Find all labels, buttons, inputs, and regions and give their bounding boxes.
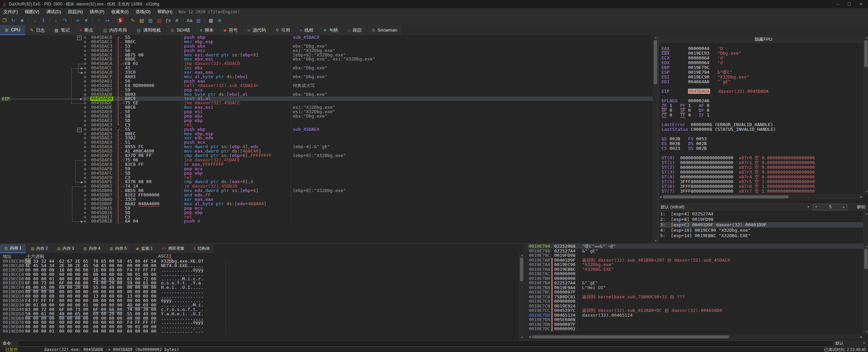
breakpoint-dot[interactable] (84, 133, 86, 135)
highlight-blue-button[interactable]: ▨ (146, 16, 155, 24)
register-row[interactable]: ST(1) 00000000000000000000 x87r1 空 0.000… (662, 160, 862, 165)
breakpoint-dot[interactable] (84, 216, 86, 218)
breakpoint-dot[interactable] (84, 141, 86, 144)
minimize-button[interactable]: ─ (832, 0, 844, 8)
breakpoint-dot[interactable] (84, 67, 86, 69)
breakpoint-dot[interactable] (84, 124, 86, 126)
restart-button[interactable]: ↻ (9, 16, 17, 24)
breakpoint-dot[interactable] (84, 80, 86, 83)
tab-notes[interactable]: ▤笔记 (50, 25, 75, 35)
dump-tab-memory4[interactable]: ▥内存 4 (79, 244, 105, 253)
tab-references[interactable]: ⚲引用 (271, 25, 295, 35)
breakpoint-dot[interactable] (84, 181, 86, 183)
breakpoint-dot[interactable] (84, 212, 86, 214)
menu-item[interactable]: 选项(O) (132, 8, 154, 16)
breakpoint-dot[interactable] (84, 146, 86, 148)
tab-call-stack[interactable]: ▤调用堆栈 (132, 25, 166, 35)
tab-script[interactable]: ≡脚本 (195, 25, 219, 35)
close-button[interactable]: ✕ (855, 0, 867, 8)
tab-cpu[interactable]: ▣CPU (0, 25, 25, 35)
breakpoint-dot[interactable] (84, 41, 86, 43)
breakpoint-dot[interactable] (84, 120, 86, 122)
collapse-function-button[interactable]: − (77, 128, 82, 132)
register-row[interactable]: ZF 1 PF 1 AF 0 (662, 103, 862, 108)
breakpoint-dot[interactable] (84, 203, 86, 205)
breakpoint-dot[interactable] (84, 207, 86, 210)
dump-tab-memory3[interactable]: ▥内存 3 (53, 244, 79, 253)
stack-row[interactable]: 0019E79402252068"喥C"==&"`~@" (528, 244, 868, 249)
collapse-function-button[interactable]: − (77, 36, 82, 40)
register-row[interactable]: ES 002B DS 002B (662, 141, 862, 146)
register-row[interactable]: CF 0 TF 0 IF 1 (662, 113, 862, 118)
register-row[interactable]: EDI 004664A0 "`gE" (662, 80, 862, 84)
tab-trace[interactable]: ∴跟踪 (343, 25, 367, 35)
breakpoint-dot[interactable] (84, 194, 86, 196)
highlight-red-button[interactable]: ▨ (155, 16, 163, 24)
dump-tab-memory1[interactable]: ▥内存 1 (0, 244, 26, 253)
tab-breakpoints[interactable]: ●断点 (75, 25, 98, 35)
register-row[interactable]: GS 002B FS 0053 (662, 137, 862, 141)
dump-tab-memory5[interactable]: ▥内存 5 (105, 244, 131, 253)
disassembly-panel[interactable]: 0045DAC0┌.55push ebpsub_45DAC00045DAC1│.… (0, 35, 653, 243)
tab-snowman[interactable]: ☃Snowman (367, 25, 402, 35)
internet-button[interactable]: ⊕ (216, 16, 224, 24)
profile-dropdown-icon[interactable]: ▼ (863, 340, 866, 347)
breakpoint-dot[interactable] (84, 190, 86, 192)
maximize-button[interactable]: ☐ (844, 0, 855, 8)
breakpoint-dot[interactable] (84, 155, 86, 157)
run-to-user-code-button[interactable]: ⇒ (73, 16, 82, 24)
register-row[interactable]: OF 0 SF 0 DF 0 (662, 108, 862, 113)
bottom-splitter[interactable] (524, 244, 528, 340)
arguments-vscrollbar[interactable]: ▲ (863, 211, 868, 243)
stack-row[interactable]: 0019E7D80000007F (528, 322, 868, 327)
breakpoint-dot[interactable] (84, 36, 86, 39)
breakpoint-dot[interactable] (84, 93, 86, 96)
stack-row[interactable]: 0019E7C400000000 (528, 299, 868, 304)
stack-row[interactable]: 0019E7A80019EB8C"X32DBG.EXE" (528, 267, 868, 272)
stack-row[interactable]: 0019E7C80019E924 (528, 304, 868, 309)
breakpoint-dot[interactable] (84, 198, 86, 201)
close-debuggee-button[interactable]: ■ (18, 16, 26, 24)
register-row[interactable]: ESI 0019EC90 "X32Dbg.exe" (662, 75, 862, 80)
breakpoint-dot[interactable] (84, 71, 86, 74)
tab-handles[interactable]: ❖句柄 (318, 25, 343, 35)
stack-row[interactable]: 0019E7DC00000002 (528, 327, 868, 331)
stack-row[interactable]: 0019E7C075B0DC81返回到 kernelbase.sub_75B0D… (528, 295, 868, 299)
breakpoint-dot[interactable] (84, 63, 86, 65)
step-over-button[interactable]: ↷ (61, 16, 69, 24)
breakpoint-dot[interactable] (84, 159, 86, 161)
run-button[interactable]: → (31, 16, 39, 24)
breakpoint-dot[interactable] (84, 177, 86, 179)
register-row[interactable]: LastStatus C0000008 (STATUS_INVALID_HAND… (662, 127, 862, 132)
menu-item[interactable]: 收藏夹(I) (108, 8, 132, 16)
registers-hscrollbar[interactable]: ◀▶ (659, 194, 863, 199)
breakpoint-dot[interactable] (84, 106, 86, 109)
hide-fpu-button[interactable]: 隐藏FPU (659, 35, 868, 44)
register-row[interactable]: ST(6) 3FFF8000000000000000 x87r6 空 1.000… (662, 184, 862, 189)
breakpoint-dot[interactable] (84, 185, 86, 188)
fx-string-button[interactable]: ƒx (164, 16, 172, 24)
disasm-row[interactable]: 0045DB18│.6A 04push 4 (0, 219, 653, 224)
tab-threads[interactable]: »线程 (295, 25, 319, 35)
menu-item[interactable]: 帮助(H) (154, 8, 176, 16)
stack-row[interactable]: 0019E7BC0000007F (528, 290, 868, 295)
argument-count-stepper[interactable]: ▼5▲ (813, 204, 847, 210)
stack-panel[interactable]: 0019E79402252068"喥C"==&"`~@"0019E7980225… (528, 244, 868, 340)
stack-row[interactable]: 0019E7B80019E9A4L"Hei UI" (528, 285, 868, 290)
dump-tab-locals[interactable]: x=局部变量 (158, 244, 189, 253)
stack-row[interactable]: 0019E7A000401D9F返回到 daxxor(32).sub_401B9… (528, 258, 868, 263)
argument-row[interactable]: 2: [esp+8] 0019FD98 (660, 217, 864, 222)
command-input[interactable] (18, 340, 833, 347)
dump-rows[interactable]: 0019EC9058 33 32 4462 67 2E 6578 65 00 5… (0, 259, 524, 334)
dump-panel[interactable]: ▥内存 1▥内存 2▥内存 3▥内存 4▥内存 5◉监视 1x=局部变量§结构体… (0, 244, 524, 340)
register-row[interactable]: ECX 00000064 'd' (662, 56, 862, 60)
dump-row[interactable]: 0019ED9000 00 00 0100 00 00 0004 00 00 0… (0, 329, 524, 334)
breakpoint-dot[interactable] (84, 150, 86, 153)
register-row[interactable]: ESP 0019E794 &"喥C" (662, 70, 862, 75)
case-button[interactable]: Aa (185, 16, 194, 24)
breakpoint-dot[interactable] (84, 76, 86, 78)
stack-vscrollbar[interactable]: ▲▼ (863, 244, 868, 334)
label-button[interactable]: # (173, 16, 181, 24)
stack-row[interactable]: 0019E7AC00000000 (528, 271, 868, 276)
breakpoint-dot[interactable] (84, 45, 86, 48)
